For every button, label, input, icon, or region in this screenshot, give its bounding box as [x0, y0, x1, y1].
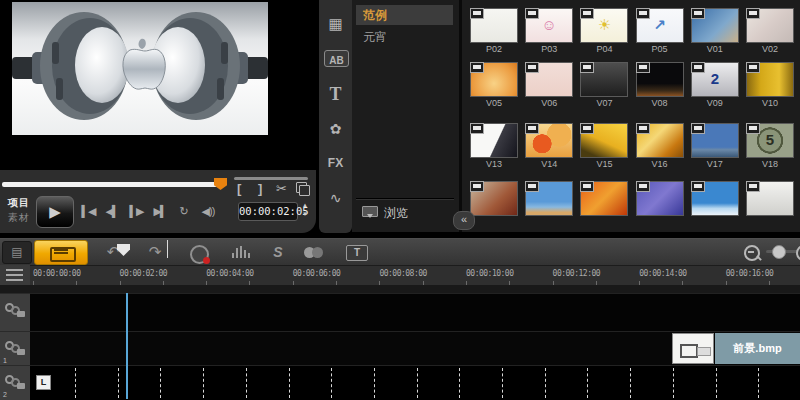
video-clip-badge-icon	[525, 181, 539, 192]
timecode-display[interactable]: 00:00:02:05	[238, 202, 298, 221]
video-clip-badge-icon	[636, 123, 650, 134]
timecode-spinner[interactable]: ▲ ▼	[300, 201, 310, 220]
ruler-timestamp: 00:00:16:00	[726, 269, 773, 278]
frame-separator	[374, 368, 375, 398]
frame-separator	[459, 368, 460, 398]
track-list-button[interactable]	[0, 265, 30, 285]
frame-separator	[331, 368, 332, 398]
clip-thumbnail[interactable]	[672, 333, 714, 364]
transition-tool-icon[interactable]: AB	[324, 50, 349, 67]
graphic-tool-icon[interactable]: ✿	[324, 118, 347, 141]
video-clip-badge-icon	[580, 8, 594, 19]
thumbnail-label: V02	[742, 44, 798, 54]
overlay-track2-header[interactable]: 2	[0, 365, 31, 400]
volume-button[interactable]: ◀))	[196, 202, 220, 220]
project-mode-label[interactable]: 项目	[8, 196, 30, 210]
frame-separator	[673, 368, 674, 398]
repeat-button[interactable]: ↻	[172, 202, 196, 220]
timeline-ruler[interactable]: 00:00:00:0000:00:02:0000:00:04:0000:00:0…	[30, 265, 800, 286]
thumbnail-label: V18	[742, 159, 798, 169]
redo-button[interactable]: ↷	[142, 242, 168, 262]
video-clip-badge-icon	[691, 181, 705, 192]
filter-tool-icon[interactable]: FX	[324, 152, 347, 175]
auto-music-button[interactable]: S	[268, 243, 288, 261]
spin-up-icon[interactable]: ▲	[300, 201, 310, 210]
collapse-panel-button[interactable]: «	[453, 211, 475, 230]
video-clip-badge-icon	[470, 181, 484, 192]
divider	[459, 0, 462, 232]
motion-tool-icon[interactable]: ∿	[324, 187, 347, 210]
mark-out-button[interactable]: ]	[258, 181, 262, 197]
library-panel: 范例 元宵 浏览 « P02 ☺	[352, 0, 800, 232]
previous-frame-button[interactable]: ◀▍	[100, 202, 124, 220]
frame-separator	[75, 368, 76, 398]
ruler-timestamp: 00:00:02:00	[120, 269, 167, 278]
overlay-track2-icon	[5, 375, 25, 389]
ruler-timestamp: 00:00:08:00	[379, 269, 426, 278]
thumbnail-label: P03	[521, 44, 577, 54]
zoom-out-icon[interactable]	[744, 245, 760, 261]
thumbnail-label: V06	[521, 98, 577, 108]
overlay-clip-badge[interactable]: L	[36, 375, 51, 390]
step-toolbar: ▦ AB T ✿ FX ∿	[319, 0, 352, 233]
end-button[interactable]: ▶▍	[148, 202, 172, 220]
sound-mixer-button[interactable]	[232, 246, 254, 258]
next-frame-button[interactable]: ▍▶	[124, 202, 148, 220]
thumbnail-label: V14	[521, 159, 577, 169]
video-track-content[interactable]	[30, 293, 800, 332]
home-button[interactable]: ▍◀	[76, 202, 100, 220]
ruler-timestamp: 00:00:06:00	[293, 269, 340, 278]
trim-bar[interactable]	[234, 177, 308, 180]
zoom-slider-handle[interactable]	[772, 245, 786, 259]
video-clip-badge-icon	[636, 8, 650, 19]
spin-down-icon[interactable]: ▼	[300, 210, 310, 219]
video-clip-badge-icon	[746, 8, 760, 19]
ruler-timestamp: 00:00:00:00	[33, 269, 80, 278]
storyboard-view-button[interactable]: ▤	[2, 241, 32, 264]
overlay-track2-content[interactable]: L	[30, 365, 800, 400]
enlarge-preview-icon[interactable]	[296, 182, 307, 193]
thumbnail-label: V16	[632, 159, 688, 169]
frame-separator	[502, 368, 503, 398]
video-clip-badge-icon	[580, 62, 594, 73]
ruler-timestamp: 00:00:10:00	[466, 269, 513, 278]
subtitle-editor-button[interactable]: T	[346, 245, 368, 261]
video-clip-badge-icon	[636, 181, 650, 192]
video-clip-badge-icon	[691, 8, 705, 19]
overlay-track1-icon	[5, 341, 25, 355]
video-track-header[interactable]	[0, 293, 31, 332]
thumbnail-label: V05	[466, 98, 522, 108]
zoom-in-icon[interactable]	[796, 245, 800, 261]
frame-separator	[545, 368, 546, 398]
timeline-clip[interactable]: 前景.bmp	[715, 333, 800, 364]
mark-in-button[interactable]: [	[237, 181, 241, 197]
title-tool-icon[interactable]: T	[324, 83, 347, 106]
frame-separator	[203, 368, 204, 398]
frame-separator	[716, 368, 717, 398]
category-item-selected[interactable]: 范例	[356, 5, 453, 25]
scrubber-handle[interactable]	[214, 178, 227, 190]
scrubber-track[interactable]	[2, 182, 222, 187]
frame-separator	[160, 368, 161, 398]
playback-controls: [ ] ✂ 项目 素材 ▶ ▍◀ ◀▍ ▍▶ ▶▍ ↻ ◀)) 00:00:02…	[0, 170, 316, 233]
browse-button[interactable]: 浏览	[362, 204, 454, 222]
record-capture-button[interactable]	[190, 245, 209, 264]
category-item[interactable]: 元宵	[356, 27, 453, 47]
thumbnail-label: V15	[576, 159, 632, 169]
timeline-view-button[interactable]	[34, 240, 88, 265]
clip-mode-label[interactable]: 素材	[8, 211, 30, 225]
video-clip-badge-icon	[470, 62, 484, 73]
frame-separator	[246, 368, 247, 398]
thumbnail-label: V08	[632, 98, 688, 108]
overlay-track1-content[interactable]: 前景.bmp	[30, 331, 800, 366]
playhead-line[interactable]	[126, 293, 128, 399]
video-clip-badge-icon	[580, 123, 594, 134]
media-tool-icon[interactable]: ▦	[324, 12, 347, 35]
video-clip-badge-icon	[525, 62, 539, 73]
play-button[interactable]: ▶	[36, 196, 74, 228]
overlay-track1-header[interactable]: 1	[0, 331, 31, 366]
frame-separator	[587, 368, 588, 398]
library-category-list: 范例 元宵 浏览	[352, 0, 458, 232]
track-motion-button[interactable]	[304, 247, 328, 259]
split-clip-button[interactable]: ✂	[276, 181, 287, 197]
